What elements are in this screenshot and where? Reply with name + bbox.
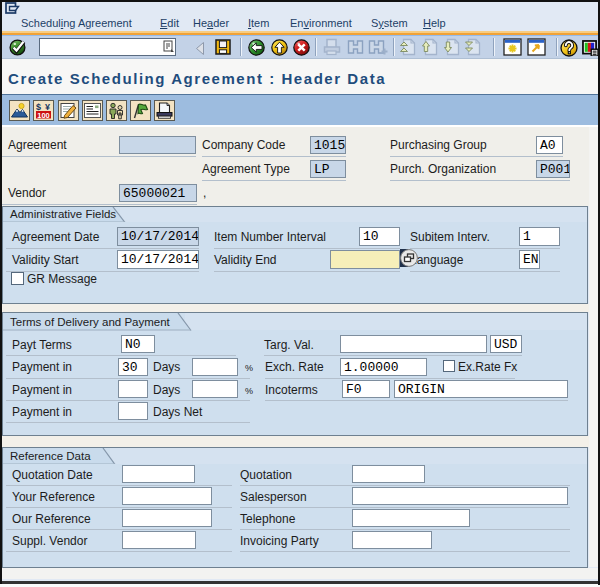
svg-text:100: 100	[37, 111, 50, 120]
